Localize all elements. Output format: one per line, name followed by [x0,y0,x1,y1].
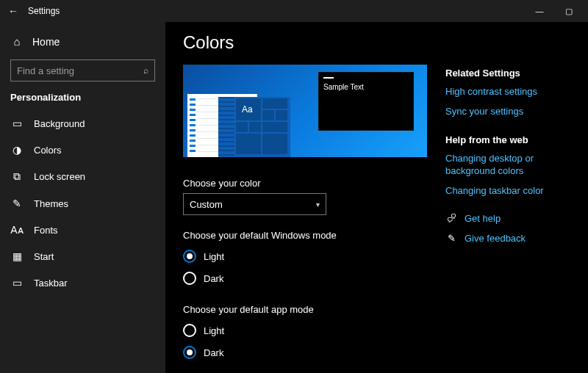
support-link[interactable]: Get help [465,213,501,224]
support-link[interactable]: Give feedback [465,233,526,244]
choose-color-value: Custom [190,199,223,210]
radio-icon [183,346,196,359]
themes-icon: ✎ [10,198,24,209]
app-mode-option-dark[interactable]: Dark [183,341,437,363]
page-title: Colors [183,32,437,53]
sidebar-item-taskbar[interactable]: ▭Taskbar [0,269,165,296]
home-icon: ⌂ [10,35,24,48]
maximize-button[interactable]: ▢ [554,7,584,16]
related-link[interactable]: High contrast settings [445,86,576,98]
search-box[interactable]: ⌕ [10,59,155,82]
start-icon: ▦ [10,250,24,262]
chevron-down-icon: ▾ [316,200,320,209]
sidebar-item-start[interactable]: ▦Start [0,243,165,269]
sidebar-item-label: Fonts [34,225,58,236]
sidebar-item-label: Colors [34,145,62,156]
related-link[interactable]: Sync your settings [445,106,576,118]
back-button[interactable]: ← [4,5,22,17]
search-icon: ⌕ [143,65,148,76]
sidebar-item-themes[interactable]: ✎Themes [0,190,165,217]
app-mode-group: LightDark [183,319,437,363]
windows-mode-label: Choose your default Windows mode [183,230,437,241]
app-mode-option-light[interactable]: Light [183,319,437,341]
lockscreen-icon: ⧉ [10,170,24,183]
minimize-button[interactable]: — [525,7,554,15]
radio-label: Light [204,325,224,336]
search-input[interactable] [17,65,143,76]
related-links: High contrast settingsSync your settings [445,86,576,118]
feedback-icon: ✎ [445,233,457,244]
preview-dark-window: Sample Text [318,72,414,131]
windows-mode-group: LightDark [183,245,437,289]
color-preview: Aa Sample Text [183,65,427,157]
radio-label: Light [204,251,224,262]
support-row: 🗪Get help [445,213,576,224]
home-button[interactable]: ⌂ Home [0,29,165,54]
windows-mode-option-dark[interactable]: Dark [183,267,437,289]
sidebar-item-label: Background [34,118,85,129]
help-link[interactable]: Changing desktop or background colors [445,153,576,178]
sidebar-item-label: Themes [34,198,68,209]
home-label: Home [32,36,60,48]
sidebar-item-label: Start [34,251,54,262]
support-links: 🗪Get help✎Give feedback [445,213,576,244]
window-title: Settings [28,6,60,16]
background-icon: ▭ [10,117,24,129]
windows-mode-option-light[interactable]: Light [183,245,437,267]
sidebar: ⌂ Home ⌕ Personalization ▭Background◑Col… [0,22,165,373]
radio-label: Dark [204,347,223,358]
content: ⌂ Home ⌕ Personalization ▭Background◑Col… [0,22,588,373]
sidebar-item-lock-screen[interactable]: ⧉Lock screen [0,163,165,190]
support-row: ✎Give feedback [445,233,576,244]
help-icon: 🗪 [445,213,457,224]
taskbar-icon: ▭ [10,277,24,289]
nav-list: ▭Background◑Colors⧉Lock screen✎ThemesAᴀF… [0,110,165,296]
help-heading: Help from the web [445,134,576,145]
sidebar-item-fonts[interactable]: AᴀFonts [0,217,165,243]
right-column: Related Settings High contrast settingsS… [437,32,576,373]
titlebar: ← Settings — ▢ ✕ [0,0,588,22]
sidebar-item-label: Lock screen [34,171,85,182]
related-settings-heading: Related Settings [445,68,576,79]
radio-icon [183,272,196,285]
app-mode-label: Choose your default app mode [183,304,437,315]
sidebar-item-background[interactable]: ▭Background [0,110,165,137]
help-links: Changing desktop or background colorsCha… [445,153,576,198]
choose-color-label: Choose your color [183,178,437,189]
main: Colors Aa Sample Text Choose your color … [165,22,588,373]
section-label: Personalization [0,89,165,110]
radio-icon [183,250,196,263]
colors-icon: ◑ [10,144,24,156]
radio-label: Dark [204,273,223,284]
preview-aa: Aa [242,104,253,115]
preview-sample-text: Sample Text [323,83,364,91]
sidebar-item-label: Taskbar [34,278,68,289]
choose-color-dropdown[interactable]: Custom ▾ [183,193,326,215]
sidebar-item-colors[interactable]: ◑Colors [0,137,165,163]
fonts-icon: Aᴀ [10,224,24,236]
radio-icon [183,324,196,337]
help-link[interactable]: Changing taskbar color [445,185,576,198]
preview-startmenu: Aa [218,97,290,157]
